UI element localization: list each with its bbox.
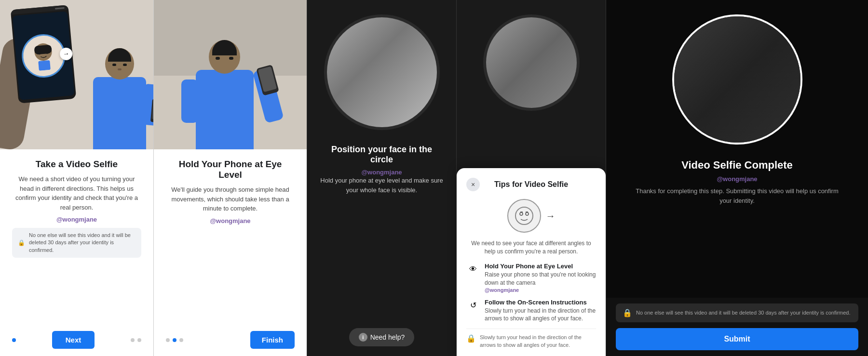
tip-2-desc: Slowly turn your head in the direction o… <box>485 307 596 323</box>
demo-face-icon <box>507 199 541 233</box>
tip-1-content: Hold Your Phone at Eye Level Raise your … <box>485 263 596 293</box>
panel5-description: Thanks for completing this step. Submitt… <box>635 186 839 205</box>
tip-1-watermark: @wongmjane <box>485 287 596 293</box>
panel1-privacy-text: No one else will see this video and it w… <box>29 232 136 254</box>
panel5-privacy-text: No one else will see this video and it w… <box>636 309 851 316</box>
tips-lock-icon: 🔒 <box>466 334 476 343</box>
pagination-dots <box>12 338 16 342</box>
panel5-footer: 🔒 No one else will see this video and it… <box>606 298 868 356</box>
close-icon: × <box>471 181 475 188</box>
panel1-watermark: @wongmjane <box>12 216 141 223</box>
svg-point-6 <box>520 212 523 215</box>
panel5-watermark: @wongmjane <box>635 175 839 183</box>
panel3-footer: i Need help? <box>307 328 456 346</box>
panel1-content: Take a Video Selfie We need a short vide… <box>0 149 153 324</box>
tip-item-1: 👁 Hold Your Phone at Eye Level Raise you… <box>466 263 596 293</box>
need-help-label: Need help? <box>370 333 405 341</box>
panel1-description: We need a short video of you turning you… <box>12 174 141 212</box>
panel2-watermark: @wongmjane <box>166 217 295 224</box>
panel3-text: Position your face in the circle @wongmj… <box>307 145 456 195</box>
panel-tips-modal: × Tips for Video Selfie → We need to see… <box>456 0 606 356</box>
panel2-dots <box>166 338 183 342</box>
tip-2-title: Follow the On-Screen Instructions <box>485 299 596 306</box>
panel1-footer: Next <box>0 324 153 356</box>
panel3-title: Position your face in the circle <box>319 145 444 165</box>
camera-feed-2 <box>486 17 577 108</box>
camera-viewfinder-2 <box>483 14 580 111</box>
rotate-icon: ↺ <box>466 299 480 312</box>
panel-video-complete: Video Selfie Complete @wongmjane Thanks … <box>606 0 868 356</box>
panel2-title: Hold Your Phone at Eye Level <box>166 159 295 180</box>
lock-icon: 🔒 <box>18 239 25 246</box>
tips-privacy-text: Slowly turn your head in the direction o… <box>480 334 596 349</box>
tips-face-demo: → <box>466 199 596 233</box>
info-icon: i <box>359 333 367 342</box>
camera-viewfinder <box>324 14 440 130</box>
panel1-title: Take a Video Selfie <box>12 159 141 170</box>
panel5-content: Video Selfie Complete @wongmjane Thanks … <box>606 159 868 205</box>
tip-1-title: Hold Your Phone at Eye Level <box>485 263 596 270</box>
tips-modal: × Tips for Video Selfie → We need to see… <box>457 168 606 356</box>
eye-level-icon: 👁 <box>466 263 480 276</box>
tip-2-content: Follow the On-Screen Instructions Slowly… <box>485 299 596 323</box>
dot-3 <box>137 338 141 342</box>
finish-button[interactable]: Finish <box>250 331 295 349</box>
submit-button[interactable]: Submit <box>616 328 858 350</box>
dot-2-3 <box>179 338 183 342</box>
panel5-privacy-note: 🔒 No one else will see this video and it… <box>616 303 858 322</box>
next-button[interactable]: Next <box>52 331 95 349</box>
demo-arrow: → <box>546 211 556 222</box>
panel2-content: Hold Your Phone at Eye Level We'll guide… <box>154 149 307 324</box>
tips-modal-title: Tips for Video Selfie <box>480 180 583 189</box>
camera-viewfinder-3 <box>672 14 802 145</box>
panel3-description: Hold your phone at eye level and make su… <box>319 176 444 195</box>
panel2-footer: Finish <box>154 324 307 356</box>
panel2-illustration <box>154 0 307 149</box>
close-button[interactable]: × <box>466 178 480 191</box>
tips-privacy: 🔒 Slowly turn your head in the direction… <box>466 329 596 349</box>
panel5-title: Video Selfie Complete <box>635 159 839 171</box>
panel3-watermark: @wongmjane <box>319 169 444 176</box>
dot-1 <box>12 338 16 342</box>
tips-modal-header: × Tips for Video Selfie <box>466 178 596 191</box>
panel1-privacy-note: 🔒 No one else will see this video and it… <box>12 228 141 258</box>
panel-hold-phone: Hold Your Phone at Eye Level We'll guide… <box>153 0 307 356</box>
panel5-lock-icon: 🔒 <box>623 308 632 317</box>
svg-point-7 <box>526 212 529 215</box>
camera-feed-3 <box>674 16 800 143</box>
dot-2-2 <box>173 338 176 342</box>
pagination-dots-right <box>131 338 141 342</box>
panel2-description: We'll guide you through some simple head… <box>166 185 295 213</box>
panel1-illustration: → <box>0 0 153 149</box>
tip-1-desc: Raise your phone so that you're not look… <box>485 271 596 287</box>
camera-feed <box>327 17 437 127</box>
svg-point-5 <box>515 207 533 224</box>
panel-position-face: Position your face in the circle @wongmj… <box>307 0 456 356</box>
tip-item-2: ↺ Follow the On-Screen Instructions Slow… <box>466 299 596 323</box>
svg-rect-2 <box>38 60 51 70</box>
dot-2-1 <box>166 338 170 342</box>
need-help-button[interactable]: i Need help? <box>349 328 415 346</box>
dot-2 <box>131 338 135 342</box>
svg-rect-1 <box>34 44 52 54</box>
panel-take-video-selfie: → <box>0 0 153 356</box>
tips-main-text: We need to see your face at different an… <box>466 239 596 256</box>
